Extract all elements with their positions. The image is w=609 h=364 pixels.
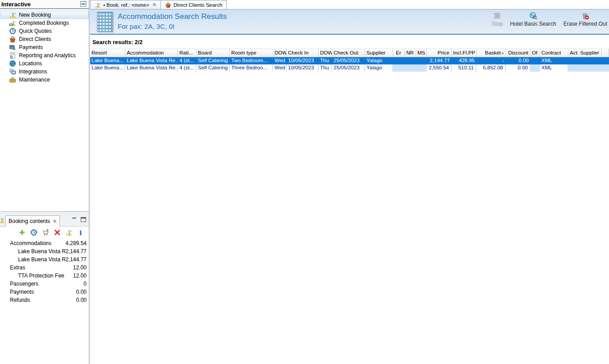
- booking-contents-row[interactable]: TTA Protection Fee12.00: [0, 272, 89, 280]
- booking-contents-row[interactable]: Lake Buena Vista Re2,144.77: [0, 255, 89, 264]
- cell-act-supplier: [568, 57, 602, 64]
- column-header-er[interactable]: Er: [393, 49, 405, 57]
- globe-icon: [9, 60, 16, 67]
- palm-island-button[interactable]: [65, 229, 73, 237]
- table-row[interactable]: Lake Buena...Lake Buena Vista Re...4 (st…: [90, 64, 609, 72]
- booking-contents-row[interactable]: Lake Buena Vista Re2,144.77: [0, 247, 89, 255]
- column-header-basket[interactable]: Basket▾: [476, 49, 506, 57]
- sidebar-item-maintenance[interactable]: Maintenance: [0, 76, 89, 84]
- sidebar-item-reporting-and-analytics[interactable]: Reporting and Analytics: [0, 51, 89, 59]
- cell-supplier: Yalago: [365, 57, 393, 64]
- booking-item-label: Lake Buena Vista Re: [0, 256, 65, 263]
- sidebar-menu: New BookingCompleted BookingsQuick Quote…: [0, 10, 89, 212]
- stop-icon: [493, 12, 501, 20]
- booking-item-label: Lake Buena Vista Re: [0, 248, 65, 255]
- delete-button[interactable]: [54, 229, 61, 237]
- sidebar-item-completed-bookings[interactable]: Completed Bookings: [0, 19, 89, 27]
- sidebar-item-quick-quotes[interactable]: Quick Quotes: [0, 27, 89, 35]
- palm-island-icon: [65, 229, 73, 236]
- stop-button[interactable]: Stop: [492, 12, 503, 27]
- sidebar-item-locations[interactable]: Locations: [0, 59, 89, 68]
- integrations-icon: [9, 68, 16, 75]
- booking-contents-row[interactable]: Passengers0: [0, 280, 89, 288]
- booking-item-value: 0.00: [76, 289, 89, 295]
- cell-blank: [602, 64, 609, 72]
- tab-book-ref-none[interactable]: • Book. ref.: <none>✕: [90, 0, 161, 9]
- sidebar-item-label: Reporting and Analytics: [19, 52, 76, 59]
- column-header-board[interactable]: Board: [197, 49, 230, 57]
- delete-icon: [54, 229, 61, 236]
- sidebar-item-integrations[interactable]: Integrations: [0, 68, 89, 76]
- payments-icon: $: [9, 44, 16, 51]
- booking-item-value: 2,144.77: [65, 248, 89, 255]
- cell-check-out: 25/05/2023: [332, 64, 365, 72]
- sidebar-item-new-booking[interactable]: New Booking: [0, 11, 89, 19]
- cell-nr: [405, 57, 416, 64]
- add-icon: [18, 229, 26, 236]
- column-header-of[interactable]: Of: [531, 49, 540, 57]
- cell-er: [393, 57, 405, 64]
- minimize-icon[interactable]: [72, 217, 77, 222]
- column-header-rati-[interactable]: Rati...: [178, 49, 197, 57]
- action-label: Erase Filtered Out: [563, 21, 607, 27]
- column-header-incl-fl-pp[interactable]: Incl.Fl.PP: [452, 49, 476, 57]
- booking-contents-tab-label: Booking contents: [9, 218, 50, 224]
- sort-indicator-icon: ▾: [502, 51, 504, 55]
- page-title: Accommodation Search Results: [118, 12, 227, 21]
- booking-contents-row[interactable]: Accommodations4,289.54: [0, 239, 89, 247]
- booking-contents-row[interactable]: Payments0.00: [0, 288, 89, 296]
- banner-toolbar: StopHotel Basis SearchErase Filtered Out: [492, 12, 607, 27]
- sidebar-item-label: Payments: [19, 44, 43, 50]
- column-header-price[interactable]: Price: [427, 49, 452, 57]
- sidebar-item-direct-clients[interactable]: Direct Clients: [0, 35, 89, 43]
- tab-direct-clients-search[interactable]: Direct Clients Search: [161, 0, 227, 9]
- clock-globe-button[interactable]: [30, 229, 38, 237]
- cell-board: Self Catering: [197, 57, 230, 64]
- column-header-ms[interactable]: MS: [416, 49, 427, 57]
- cell-blank: [602, 57, 609, 64]
- column-header-check-in[interactable]: Check In: [287, 49, 319, 57]
- column-header-contract[interactable]: Contract: [540, 49, 568, 57]
- booking-contents-row[interactable]: Extras12.00: [0, 264, 89, 272]
- clock-globe-icon: [30, 229, 37, 236]
- column-header-blank[interactable]: [602, 49, 609, 57]
- cell-room-type: Two Bedroom...: [230, 57, 273, 64]
- sidebar-item-label: Maintenance: [19, 77, 50, 83]
- column-header-act-supplier[interactable]: Act. Supplier: [568, 49, 602, 57]
- cell-resort: Lake Buena...: [90, 57, 125, 64]
- column-header-dow[interactable]: DOW: [319, 49, 332, 57]
- palm-island-icon: [9, 11, 16, 18]
- close-icon[interactable]: ✕: [152, 2, 156, 8]
- minimize-panel-icon[interactable]: [80, 1, 86, 7]
- column-header-discount[interactable]: Discount: [506, 49, 531, 57]
- palm-money-icon: [9, 19, 16, 27]
- column-header-check-out[interactable]: Check Out: [332, 49, 365, 57]
- booking-item-value: 12.00: [73, 273, 89, 279]
- column-header-accommodation[interactable]: Accommodation: [125, 49, 178, 57]
- maximize-icon[interactable]: [81, 217, 86, 222]
- column-header-supplier[interactable]: Supplier: [365, 49, 393, 57]
- booking-contents-row[interactable]: Refunds0.00: [0, 296, 89, 304]
- column-header-room-type[interactable]: Room type: [230, 49, 273, 57]
- close-icon[interactable]: ✕: [53, 218, 57, 224]
- hotel-basis-search-button[interactable]: Hotel Basis Search: [510, 12, 556, 27]
- booking-item-value: 4,289.54: [65, 240, 89, 246]
- cell-room-type: Three Bedroo...: [230, 64, 273, 72]
- cart-button[interactable]: [42, 229, 50, 237]
- cell-discount: 0.00: [506, 57, 531, 64]
- column-header-resort[interactable]: Resort: [90, 49, 125, 57]
- table-row[interactable]: Lake Buena...Lake Buena Vista Re...4 (st…: [90, 57, 609, 64]
- tab-label: Direct Clients Search: [174, 2, 222, 8]
- sidebar-item-payments[interactable]: $Payments: [0, 43, 89, 51]
- column-header-dow[interactable]: DOW: [273, 49, 287, 57]
- column-header-nr[interactable]: NR: [405, 49, 416, 57]
- info-button[interactable]: i: [77, 229, 85, 237]
- svg-text:i: i: [79, 229, 82, 236]
- action-label: Stop: [492, 21, 503, 27]
- erase-filtered-out-button[interactable]: Erase Filtered Out: [563, 12, 607, 27]
- sidebar-item-label: Locations: [19, 60, 42, 67]
- cart-icon: [42, 229, 49, 236]
- booking-contents-toolbar: i: [0, 227, 89, 238]
- booking-contents-tab[interactable]: Booking contents ✕: [5, 215, 60, 227]
- add-button[interactable]: [18, 229, 26, 237]
